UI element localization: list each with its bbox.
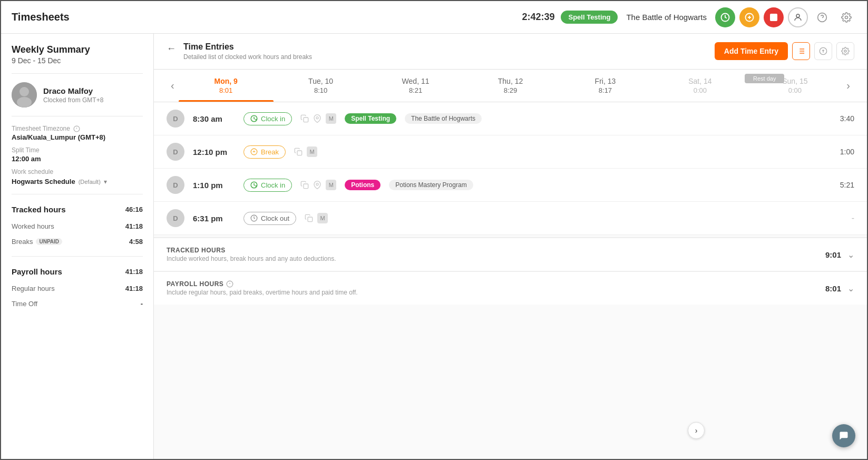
svg-point-8 [845,16,848,18]
tracked-hours-label: TRACKED HOURS [167,247,336,254]
tab-mon-name: Mon, 9 [183,77,269,85]
entry-duration-2: 1:00 [833,148,854,156]
schedule-value: Hogwarts Schedule [12,178,75,185]
svg-rect-35 [308,217,313,222]
stop-icon-btn[interactable] [764,7,784,27]
entry-row: D 12:10 pm Break M 1:00 [154,135,867,169]
scroll-right-btn[interactable]: › [688,422,705,439]
split-label: Split Time [12,146,143,154]
location-icon-3[interactable] [313,181,321,189]
payroll-label: Payroll hours [12,267,62,276]
active-project-badge[interactable]: Spell Testing [561,11,618,24]
spell-testing-badge-1[interactable]: Spell Testing [345,113,396,124]
content-header-title: Time Entries [183,42,312,52]
tracked-hours-value: 9:01 [825,250,841,259]
tab-mon-hours: 8:01 [183,86,269,94]
tab-thu-name: Thu, 12 [467,77,554,85]
breaks-label: Breaks UNPAID [12,238,62,246]
avatar [12,82,37,107]
weekly-summary-title: Weekly Summary [12,44,143,55]
time-off-label: Time Off [12,300,37,308]
copy-icon-4[interactable] [305,214,313,222]
sidebar: Weekly Summary 9 Dec - 15 Dec Draco Malf… [1,34,154,459]
payroll-hours-label: PAYROLL HOURS [167,280,358,288]
tab-mon[interactable]: Mon, 9 8:01 [179,70,274,102]
entry-clock-out-tag[interactable]: Clock out [243,212,296,225]
location-icon-1[interactable] [313,114,321,123]
project-name-1[interactable]: The Battle of Hogwarts [405,113,482,124]
person-icon-btn[interactable] [788,7,808,27]
clock-in-icon-btn[interactable] [715,7,735,27]
entry-row: D 6:31 pm Clock out M - [154,202,867,235]
payroll-value: 41:18 [125,268,143,276]
gear-icon-btn[interactable] [836,42,854,60]
tab-thu[interactable]: Thu, 12 8:29 [463,70,558,102]
tab-sun-hours: 0:00 [752,86,838,94]
m-icon-3[interactable]: M [326,180,336,190]
coin-icon-btn[interactable] [739,7,759,27]
tab-sat-name: Sat, 14 [657,77,743,85]
rest-day-banner: Rest day [745,74,784,83]
entry-time-4: 6:31 pm [193,214,235,223]
copy-icon-3[interactable] [300,181,309,189]
list-view-icon-btn[interactable] [792,42,810,60]
entry-avatar-4: D [167,209,184,227]
breaks-value: 4:58 [129,238,143,246]
back-arrow-icon[interactable]: ← [167,43,176,54]
nav-left-arrow[interactable]: ‹ [167,75,179,96]
tab-thu-hours: 8:29 [467,86,554,94]
tab-tue-hours: 8:10 [278,86,364,94]
day-tabs: ‹ Mon, 9 8:01 Tue, 10 8:10 Wed, 11 8:21 … [154,70,867,102]
tab-sat[interactable]: Sat, 14 0:00 Rest day [652,70,747,102]
m-icon-4[interactable]: M [317,213,328,223]
entry-row: D 1:10 pm Clock in M Potions Potions Mas… [154,169,867,202]
regular-label: Regular hours [12,285,55,292]
timer-display: 2:42:39 [522,12,554,23]
user-row: Draco Malfoy Clocked from GMT+8 [12,82,143,107]
main-layout: Weekly Summary 9 Dec - 15 Dec Draco Malf… [1,34,867,459]
copy-icon-2[interactable] [294,148,303,156]
potions-badge[interactable]: Potions [345,180,381,190]
payroll-chevron-down-icon[interactable]: ⌄ [847,283,854,293]
schedule-default: (Default) [79,179,101,185]
entry-clock-in-tag-2[interactable]: Clock in [243,179,292,192]
user-name: Draco Malfoy [43,86,103,95]
help-icon-btn[interactable] [812,7,832,27]
project-name-3[interactable]: Potions Mastery Program [389,180,473,190]
payroll-hours-sub: Include regular hours, paid breaks, over… [167,289,358,296]
tab-tue[interactable]: Tue, 10 8:10 [274,70,368,102]
top-bar-center: 2:42:39 Spell Testing The Battle of Hogw… [522,11,707,24]
entry-break-tag[interactable]: Break [243,145,286,159]
entry-avatar-3: D [167,176,184,194]
tab-wed[interactable]: Wed, 11 8:21 [368,70,463,102]
tracked-hours-sub: Include worked hours, break hours and an… [167,255,336,262]
settings-icon-btn[interactable] [836,7,856,27]
payroll-hours-value: 8:01 [825,284,841,293]
worked-label: Worked hours [12,222,54,230]
entry-time-3: 1:10 pm [193,181,235,190]
tab-fri-name: Fri, 13 [562,77,648,85]
add-time-entry-button[interactable]: Add Time Entry [715,42,788,60]
m-icon-2[interactable]: M [307,146,317,157]
active-project-name: The Battle of Hogwarts [626,13,707,22]
svg-point-5 [796,14,799,17]
tab-fri[interactable]: Fri, 13 8:17 [558,70,652,102]
tracked-chevron-down-icon[interactable]: ⌄ [847,250,854,260]
user-clocked: Clocked from GMT+8 [43,96,103,104]
tab-sat-hours: 0:00 [657,86,743,94]
tz-label: Timesheet Timezone [12,125,143,132]
entry-duration-1: 3:40 [833,114,854,123]
content-area: ← Time Entries Detailed list of clocked … [154,34,867,459]
schedule-row: Work schedule Hogwarts Schedule (Default… [12,168,143,185]
nav-right-arrow[interactable]: › [842,75,854,96]
m-icon-1[interactable]: M [326,113,336,124]
dollar-icon-btn[interactable] [814,42,832,60]
entry-clock-in-tag-1[interactable]: Clock in [243,112,292,125]
schedule-label: Work schedule [12,168,143,175]
tab-fri-hours: 8:17 [562,86,648,94]
copy-icon-1[interactable] [300,114,309,123]
chat-bubble-button[interactable] [832,424,855,447]
unpaid-badge: UNPAID [36,238,62,245]
worked-value: 41:18 [125,222,143,230]
schedule-chevron-icon[interactable]: ▾ [104,178,107,185]
